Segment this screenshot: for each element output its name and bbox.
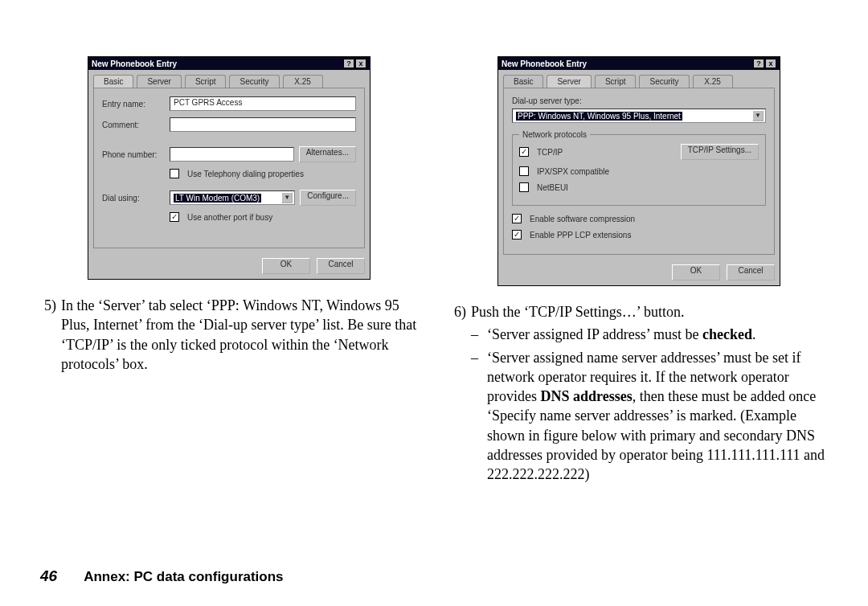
tab-strip: Basic Server Script Security X.25 <box>88 70 370 88</box>
tab-body-server: Dial-up server type: PPP: Windows NT, Wi… <box>503 88 775 255</box>
chk-ipx[interactable] <box>519 166 529 176</box>
chk-lcp-label: Enable PPP LCP extensions <box>530 231 631 240</box>
phonebook-dialog-server: New Phonebook Entry ? x Basic Server Scr… <box>497 56 780 286</box>
tab-body-basic: Entry name: PCT GPRS Access Comment: Pho… <box>93 88 365 248</box>
step-6: 6) Push the ‘TCP/IP Settings…’ button. –… <box>450 302 828 488</box>
ok-button-2[interactable]: OK <box>672 264 720 280</box>
step-5: 5) In the ‘Server’ tab select ‘PPP: Wind… <box>40 296 418 377</box>
dash-icon-2: – <box>471 348 481 485</box>
tab-x25[interactable]: X.25 <box>283 75 323 88</box>
step-5-text: In the ‘Server’ tab select ‘PPP: Windows… <box>61 296 418 374</box>
phonebook-dialog-basic: New Phonebook Entry ? x Basic Server Scr… <box>88 56 371 280</box>
page-footer: 46 Annex: PC data configurations <box>40 567 284 585</box>
dash-icon: – <box>471 325 481 344</box>
label-comment: Comment: <box>102 121 165 129</box>
chk-another-port[interactable]: ✓ <box>170 212 179 222</box>
step-6-sub2: ‘Server assigned name server addresses’ … <box>487 348 828 485</box>
label-server-type: Dial-up server type: <box>512 96 766 105</box>
titlebar-2: New Phonebook Entry ? x <box>498 57 780 70</box>
step-6-sub1: ‘Server assigned IP address’ must be che… <box>487 325 755 344</box>
step-5-num: 5) <box>40 296 56 377</box>
server-type-dropdown[interactable]: PPP: Windows NT, Windows 95 Plus, Intern… <box>512 109 766 123</box>
chk-tcpip-label: TCP/IP <box>537 148 676 157</box>
help-button[interactable]: ? <box>343 59 354 68</box>
chk-tcpip[interactable]: ✓ <box>519 147 529 157</box>
chk-compression-label: Enable software compression <box>530 215 635 223</box>
comment-field[interactable] <box>170 117 356 132</box>
step-6-text: Push the ‘TCP/IP Settings…’ button. <box>471 302 828 321</box>
cancel-button-2[interactable]: Cancel <box>727 264 775 280</box>
chk-compression[interactable]: ✓ <box>512 214 522 223</box>
close-button[interactable]: x <box>355 59 366 68</box>
chevron-down-icon: ▼ <box>281 192 293 203</box>
tcpip-settings-button[interactable]: TCP/IP Settings... <box>681 144 759 160</box>
label-dial: Dial using: <box>102 194 165 203</box>
tab-script[interactable]: Script <box>185 75 227 88</box>
dialog-title: New Phonebook Entry <box>92 59 177 68</box>
titlebar: New Phonebook Entry ? x <box>88 57 370 70</box>
chk-netbeui[interactable] <box>519 182 529 192</box>
tab-x25-2[interactable]: X.25 <box>693 75 733 88</box>
dial-using-dropdown[interactable]: LT Win Modem (COM3) ▼ <box>170 190 295 205</box>
chk-lcp[interactable]: ✓ <box>512 230 522 240</box>
chk-ipx-label: IPX/SPX compatible <box>537 167 609 176</box>
alternates-button[interactable]: Alternates... <box>299 146 356 162</box>
configure-button[interactable]: Configure... <box>300 190 356 206</box>
group-label: Network protocols <box>519 130 590 139</box>
tab-security[interactable]: Security <box>229 75 279 88</box>
chk-another-label: Use another port if busy <box>187 213 272 222</box>
chevron-down-icon-2: ▼ <box>752 110 764 121</box>
chk-telephony-label: Use Telephony dialing properties <box>187 170 304 178</box>
tab-server-2[interactable]: Server <box>547 75 591 88</box>
tab-server[interactable]: Server <box>137 75 181 88</box>
tab-basic-2[interactable]: Basic <box>503 75 543 88</box>
chk-netbeui-label: NetBEUI <box>537 183 568 192</box>
chk-telephony[interactable] <box>170 169 179 178</box>
dialog-title-2: New Phonebook Entry <box>502 59 587 68</box>
ok-button[interactable]: OK <box>262 258 310 274</box>
close-button-2[interactable]: x <box>765 59 776 68</box>
footer-title: Annex: PC data configurations <box>84 569 283 584</box>
label-phone: Phone number: <box>102 150 165 159</box>
page-number: 46 <box>40 567 57 584</box>
label-entry: Entry name: <box>102 100 165 109</box>
tab-basic[interactable]: Basic <box>93 75 133 88</box>
tab-strip-2: Basic Server Script Security X.25 <box>498 70 780 88</box>
network-protocols-group: Network protocols ✓ TCP/IP TCP/IP Settin… <box>512 134 766 206</box>
phone-field[interactable] <box>170 147 294 162</box>
step-6-num: 6) <box>450 302 466 488</box>
entry-name-field[interactable]: PCT GPRS Access <box>170 96 356 111</box>
cancel-button[interactable]: Cancel <box>317 258 365 274</box>
tab-security-2[interactable]: Security <box>639 75 689 88</box>
help-button-2[interactable]: ? <box>753 59 764 68</box>
tab-script-2[interactable]: Script <box>595 75 637 88</box>
